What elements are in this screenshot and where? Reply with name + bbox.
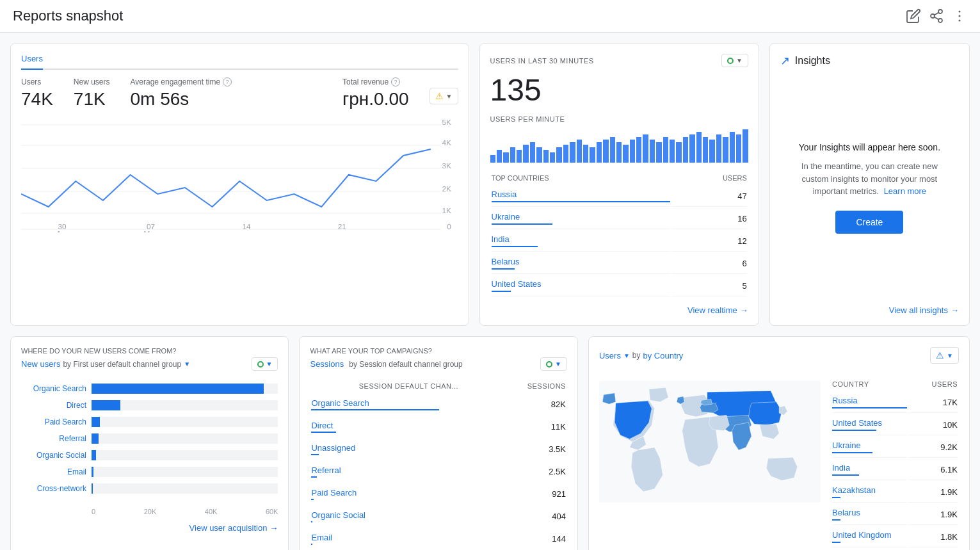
mini-bar-item <box>577 140 582 163</box>
share-icon[interactable] <box>929 8 944 24</box>
bar-label-link[interactable]: Direct <box>67 401 86 410</box>
world-country-value: 1.8K <box>908 526 958 547</box>
svg-text:May: May <box>144 230 158 232</box>
world-country-value: 1.9K <box>908 481 958 503</box>
country-bar <box>492 223 552 225</box>
table-row: Belarus 1.9K <box>832 504 958 525</box>
world-country-bar <box>832 542 840 543</box>
bar-label-link[interactable]: Organic Search <box>33 384 86 393</box>
mini-bar-item <box>623 145 628 163</box>
world-country-link[interactable]: India <box>832 463 850 473</box>
session-link[interactable]: Direct <box>311 421 333 430</box>
more-icon[interactable] <box>952 8 967 24</box>
insights-title: Insights <box>795 55 830 67</box>
bar-label-link[interactable]: Email <box>67 467 86 476</box>
realtime-status-btn[interactable]: ▼ <box>721 54 748 67</box>
table-row: Belarus 6 <box>492 253 747 274</box>
bar-track <box>92 483 278 494</box>
country-link[interactable]: Russia <box>492 190 517 199</box>
metric-revenue: Total revenue ? грн.0.00 <box>342 77 409 109</box>
countries-dropdown-arrow: ▼ <box>947 352 953 359</box>
insights-subtitle: Your Insights will appear here soon. <box>799 142 940 152</box>
acquisition-section-title: WHERE DO YOUR NEW USERS COME FROM? <box>21 347 278 355</box>
session-value: 2.5K <box>507 461 566 482</box>
users-card: Users Users 74K New users 71K <box>10 43 469 326</box>
acquisition-title-link[interactable]: New users <box>21 359 60 369</box>
mini-bar-item <box>563 145 568 163</box>
world-country-value: 6.1K <box>908 459 958 480</box>
mini-bar-item <box>730 132 735 163</box>
header: Reports snapshot <box>0 0 980 33</box>
countries-users-link[interactable]: Users <box>599 351 621 360</box>
campaigns-subtitle: by Session default channel group <box>349 360 462 369</box>
country-link[interactable]: Belarus <box>492 257 520 266</box>
bar-label-link[interactable]: Cross-network <box>37 484 86 493</box>
bar-track <box>92 417 278 427</box>
page-title: Reports snapshot <box>13 8 123 24</box>
country-link[interactable]: Ukraine <box>492 212 520 222</box>
svg-text:0: 0 <box>447 223 451 231</box>
country-link[interactable]: by Country <box>643 351 683 360</box>
country-link[interactable]: United States <box>492 279 542 289</box>
revenue-info-icon[interactable]: ? <box>391 77 400 86</box>
world-country-link[interactable]: Russia <box>832 396 858 405</box>
insights-learn-more-link[interactable]: Learn more <box>884 186 926 196</box>
view-acquisition-link[interactable]: View user acquisition <box>189 523 268 533</box>
acquisition-status-btn[interactable]: ▼ <box>252 357 278 371</box>
world-country-link[interactable]: Kazakhstan <box>832 485 876 495</box>
bar-label-link[interactable]: Paid Search <box>45 417 86 426</box>
sessions-bar <box>311 454 319 455</box>
acquisition-dropdown-icon[interactable]: ▼ <box>184 360 190 368</box>
realtime-value: 135 <box>490 72 748 108</box>
view-realtime-link[interactable]: View realtime <box>687 305 737 315</box>
sessions-col2: SESSIONS <box>507 380 566 392</box>
session-link[interactable]: Email <box>311 533 332 542</box>
session-link[interactable]: Referral <box>311 465 341 475</box>
svg-text:07: 07 <box>147 223 155 231</box>
session-link[interactable]: Paid Search <box>311 488 357 497</box>
world-country-link[interactable]: Belarus <box>832 508 860 517</box>
insights-body: Your Insights will appear here soon. In … <box>780 78 959 298</box>
mini-bar-item <box>517 150 522 163</box>
revenue-status-btn[interactable]: ⚠ ▼ <box>430 88 458 104</box>
campaigns-title-link[interactable]: Sessions <box>310 359 344 369</box>
list-item: Paid Search <box>21 417 278 427</box>
bottom-row: WHERE DO YOUR NEW USERS COME FROM? New u… <box>10 336 970 550</box>
campaigns-status-btn[interactable]: ▼ <box>540 357 567 371</box>
table-row: Organic Social 404 <box>311 506 565 527</box>
sessions-bar <box>311 499 313 500</box>
mini-bar-item <box>643 134 648 163</box>
bar-label-link[interactable]: Referral <box>59 434 86 443</box>
edit-icon[interactable] <box>906 8 921 24</box>
bar-label-link[interactable]: Organic Social <box>36 451 86 460</box>
mini-bar-item <box>550 152 555 163</box>
insights-arrow: → <box>951 305 959 315</box>
view-all-insights-link[interactable]: View all insights <box>889 305 948 315</box>
world-country-bar <box>832 407 907 408</box>
campaigns-chart-title: Sessions by Session default channel grou… <box>310 357 566 371</box>
insights-card: ↗ Insights Your Insights will appear her… <box>769 43 970 326</box>
bar-track <box>92 450 278 460</box>
session-link[interactable]: Unassigned <box>311 443 355 453</box>
tab-users[interactable]: Users <box>21 54 43 70</box>
countries-status-btn[interactable]: ⚠ ▼ <box>930 347 959 364</box>
svg-point-1 <box>931 14 935 18</box>
table-row: Unassigned 3.5K <box>311 439 565 460</box>
svg-point-6 <box>959 15 961 17</box>
world-country-bar <box>832 452 872 453</box>
countries-dropdown-icon[interactable]: ▼ <box>623 352 630 359</box>
countries-header: Users ▼ by by Country ⚠ ▼ <box>599 347 959 364</box>
session-link[interactable]: Organic Search <box>311 398 369 408</box>
create-insight-button[interactable]: Create <box>835 211 903 234</box>
mini-bar-item <box>743 129 748 163</box>
users-line-chart: 5K 4K 3K 2K 1K 0 30 <box>21 117 458 232</box>
world-country-link[interactable]: United Kingdom <box>832 530 892 540</box>
warning-icon: ⚠ <box>435 91 444 101</box>
world-country-link[interactable]: Ukraine <box>832 441 861 450</box>
session-link[interactable]: Organic Social <box>311 510 365 520</box>
world-country-link[interactable]: United States <box>832 418 882 428</box>
sessions-bar <box>311 476 317 478</box>
engagement-info-icon[interactable]: ? <box>223 77 232 86</box>
country-link[interactable]: India <box>492 234 510 244</box>
metric-engagement: Average engagement time ? 0m 56s <box>131 77 232 109</box>
